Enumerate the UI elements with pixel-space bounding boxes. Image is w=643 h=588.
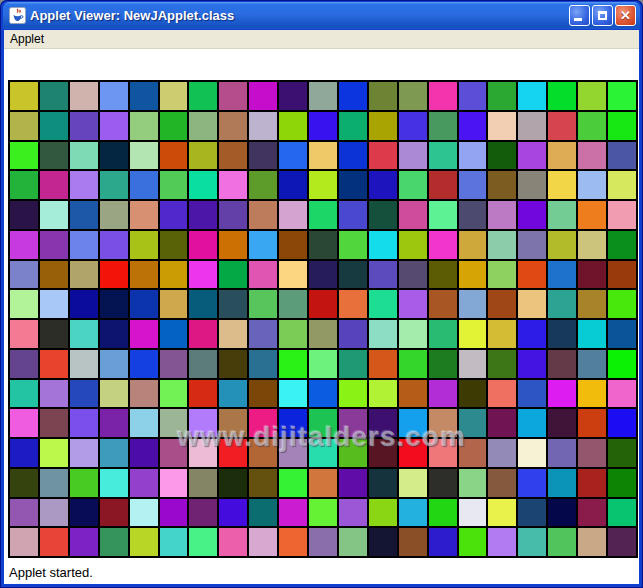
grid-cell (578, 82, 606, 110)
grid-cell (130, 82, 158, 110)
grid-cell (249, 142, 277, 170)
grid-cell (488, 499, 516, 527)
grid-cell (309, 290, 337, 318)
grid-cell (130, 112, 158, 140)
grid-cell (309, 82, 337, 110)
grid-cell (160, 380, 188, 408)
window-title: Applet Viewer: NewJApplet.class (30, 8, 569, 23)
grid-cell (160, 409, 188, 437)
grid-cell (189, 350, 217, 378)
grid-cell (339, 290, 367, 318)
grid-cell (369, 142, 397, 170)
grid-cell (459, 499, 487, 527)
grid-cell (10, 499, 38, 527)
grid-cell (518, 142, 546, 170)
grid-cell (518, 469, 546, 497)
grid-cell (219, 142, 247, 170)
grid-cell (70, 320, 98, 348)
grid-cell (339, 171, 367, 199)
grid-cell (459, 82, 487, 110)
grid-cell (219, 171, 247, 199)
grid-cell (130, 171, 158, 199)
grid-cell (608, 528, 636, 556)
grid-cell (488, 528, 516, 556)
grid-cell (459, 201, 487, 229)
grid-cell (219, 201, 247, 229)
grid-cell (279, 261, 307, 289)
grid-cell (279, 290, 307, 318)
grid-cell (369, 231, 397, 259)
grid-cell (100, 320, 128, 348)
menu-item-applet[interactable]: Applet (4, 31, 50, 47)
grid-cell (219, 499, 247, 527)
grid-cell (130, 528, 158, 556)
grid-cell (130, 201, 158, 229)
grid-cell (219, 469, 247, 497)
grid-cell (399, 231, 427, 259)
grid-cell (100, 261, 128, 289)
grid-cell (279, 171, 307, 199)
grid-cell (429, 112, 457, 140)
grid-cell (10, 528, 38, 556)
grid-cell (548, 142, 576, 170)
grid-cell (70, 112, 98, 140)
close-button[interactable]: ✕ (615, 5, 636, 26)
grid-cell (608, 201, 636, 229)
grid-cell (459, 231, 487, 259)
grid-cell (578, 469, 606, 497)
grid-cell (40, 350, 68, 378)
grid-cell (488, 171, 516, 199)
grid-cell (189, 261, 217, 289)
grid-cell (219, 231, 247, 259)
grid-cell (100, 171, 128, 199)
grid-cell (160, 261, 188, 289)
grid-cell (40, 142, 68, 170)
grid-cell (399, 82, 427, 110)
grid-cell (160, 231, 188, 259)
grid-cell (578, 409, 606, 437)
grid-cell (279, 439, 307, 467)
grid-cell (100, 439, 128, 467)
grid-cell (459, 528, 487, 556)
grid-cell (279, 528, 307, 556)
grid-cell (100, 201, 128, 229)
grid-cell (488, 201, 516, 229)
grid-cell (219, 439, 247, 467)
grid-cell (488, 261, 516, 289)
grid-cell (578, 350, 606, 378)
grid-cell (10, 439, 38, 467)
grid-cell (219, 380, 247, 408)
grid-cell (100, 528, 128, 556)
grid-cell (70, 380, 98, 408)
grid-cell (608, 231, 636, 259)
grid-cell (369, 499, 397, 527)
grid-cell (429, 290, 457, 318)
grid-cell (459, 409, 487, 437)
grid-cell (279, 320, 307, 348)
maximize-button[interactable] (592, 5, 613, 26)
grid-cell (40, 201, 68, 229)
grid-cell (459, 171, 487, 199)
grid-cell (578, 201, 606, 229)
grid-cell (249, 439, 277, 467)
grid-cell (399, 261, 427, 289)
grid-cell (369, 439, 397, 467)
grid-cell (578, 231, 606, 259)
grid-cell (369, 112, 397, 140)
grid-cell (488, 112, 516, 140)
grid-cell (339, 469, 367, 497)
grid-cell (160, 528, 188, 556)
grid-cell (100, 142, 128, 170)
grid-cell (608, 320, 636, 348)
title-bar[interactable]: Applet Viewer: NewJApplet.class ✕ (3, 2, 640, 29)
grid-cell (249, 201, 277, 229)
grid-cell (518, 350, 546, 378)
grid-cell (518, 439, 546, 467)
minimize-button[interactable] (569, 5, 590, 26)
grid-cell (459, 350, 487, 378)
grid-cell (518, 320, 546, 348)
grid-cell (219, 261, 247, 289)
grid-cell (10, 469, 38, 497)
grid-cell (488, 380, 516, 408)
grid-cell (309, 380, 337, 408)
